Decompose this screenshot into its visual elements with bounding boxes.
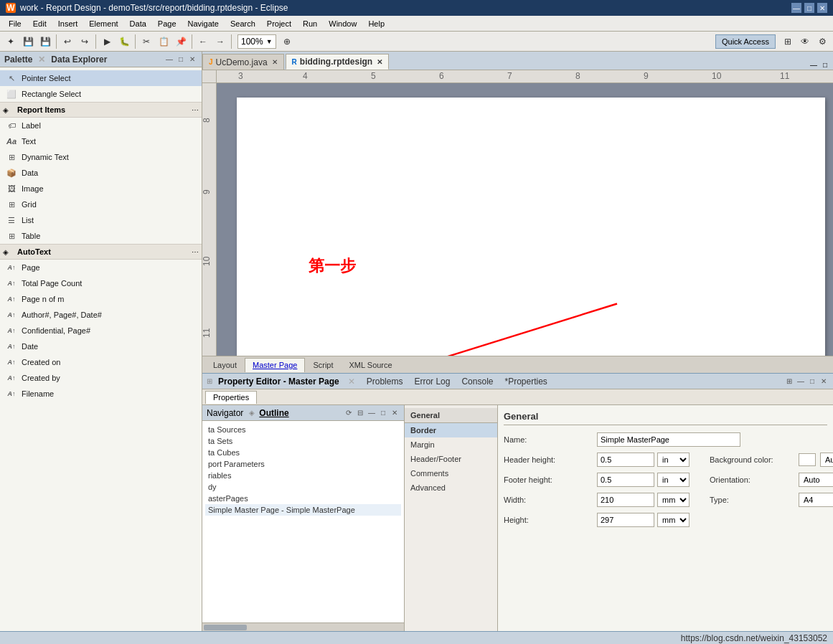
outline-data-cubes[interactable]: ta Cubes xyxy=(205,447,401,458)
outline-report-params[interactable]: port Parameters xyxy=(205,458,401,470)
header-height-input[interactable] xyxy=(597,453,654,467)
properties-btn-tab[interactable]: *Properties xyxy=(502,377,550,387)
report-items-section[interactable]: ◈ Report Items ⋯ xyxy=(0,102,202,118)
outline-body[interactable]: dy xyxy=(205,481,401,493)
bottom-panel-maximize[interactable]: □ xyxy=(807,377,817,387)
outline-collapse-btn[interactable]: ⊟ xyxy=(355,408,365,418)
menu-element[interactable]: Element xyxy=(83,18,123,29)
palette-text[interactable]: Aa Text xyxy=(0,133,202,149)
palette-grid[interactable]: ⊞ Grid xyxy=(0,196,202,212)
sidebar-header-footer[interactable]: Header/Footer xyxy=(405,452,497,466)
report-items-collapse-icon[interactable]: ⋯ xyxy=(192,106,199,114)
back-button[interactable]: ← xyxy=(195,34,211,49)
palette-dynamic-text[interactable]: ⊞ Dynamic Text xyxy=(0,149,202,165)
undo-button[interactable]: ↩ xyxy=(60,34,75,49)
palette-author-page-date[interactable]: A↑ Author#, Page#, Date# xyxy=(0,307,202,323)
outline-variables[interactable]: riables xyxy=(205,470,401,481)
tab-uc-demo[interactable]: J UcDemo.java ✕ xyxy=(202,54,284,70)
menu-edit[interactable]: Edit xyxy=(27,18,52,29)
layout-tab[interactable]: Layout xyxy=(205,358,245,372)
autotext-collapse-icon[interactable]: ⋯ xyxy=(192,248,199,256)
outline-maximize[interactable]: □ xyxy=(378,408,388,418)
menu-search[interactable]: Search xyxy=(225,18,261,29)
footer-height-unit[interactable]: incmmm xyxy=(657,473,690,487)
menu-project[interactable]: Project xyxy=(261,18,297,29)
palette-close[interactable]: ✕ xyxy=(187,55,197,65)
menu-insert[interactable]: Insert xyxy=(52,18,84,29)
palette-confidential[interactable]: A↑ Confidential, Page# xyxy=(0,323,202,338)
palette-page[interactable]: A↑ Page xyxy=(0,260,202,275)
zoom-dropdown-icon[interactable]: ▼ xyxy=(266,38,273,45)
outline-data-sources[interactable]: ta Sources xyxy=(205,424,401,435)
palette-total-page-count[interactable]: A↑ Total Page Count xyxy=(0,275,202,291)
error-log-tab[interactable]: Error Log xyxy=(411,377,453,387)
settings-button[interactable]: ⚙ xyxy=(814,34,830,49)
script-tab[interactable]: Script xyxy=(305,358,341,372)
sidebar-border[interactable]: Border xyxy=(405,423,497,437)
palette-label[interactable]: 🏷 Label xyxy=(0,118,202,133)
height-input[interactable] xyxy=(597,513,654,527)
props-tab-properties[interactable]: Properties xyxy=(205,391,257,404)
palette-rectangle-select[interactable]: ⬜ Rectangle Select xyxy=(0,86,202,102)
sidebar-margin[interactable]: Margin xyxy=(405,437,497,452)
save-button[interactable]: 💾 xyxy=(20,34,36,49)
palette-minimize[interactable]: — xyxy=(164,55,174,65)
palette-maximize[interactable]: □ xyxy=(176,55,186,65)
palette-pointer-select[interactable]: ↖ Pointer Select xyxy=(0,70,202,86)
menu-navigate[interactable]: Navigate xyxy=(182,18,225,29)
bottom-panel-close[interactable]: ✕ xyxy=(819,377,829,387)
outline-tab[interactable]: Outline xyxy=(259,408,288,418)
paste-button[interactable]: 📌 xyxy=(173,34,189,49)
palette-date[interactable]: A↑ Date xyxy=(0,338,202,354)
outline-master-pages[interactable]: asterPages xyxy=(205,493,401,504)
footer-height-input[interactable] xyxy=(597,473,654,487)
menu-data[interactable]: Data xyxy=(124,18,152,29)
outline-minimize[interactable]: — xyxy=(367,408,377,418)
outline-close[interactable]: ✕ xyxy=(390,408,400,418)
palette-data[interactable]: 📦 Data xyxy=(0,165,202,181)
menu-window[interactable]: Window xyxy=(323,18,362,29)
new-button[interactable]: ✦ xyxy=(3,34,19,49)
palette-list[interactable]: ☰ List xyxy=(0,212,202,228)
outline-data-sets[interactable]: ta Sets xyxy=(205,435,401,447)
editor-minimize[interactable]: — xyxy=(809,60,819,70)
menu-run[interactable]: Run xyxy=(297,18,323,29)
bidding-tab-close[interactable]: ✕ xyxy=(377,58,382,66)
sidebar-comments[interactable]: Comments xyxy=(405,466,497,480)
maximize-button[interactable]: □ xyxy=(804,3,814,13)
close-button[interactable]: ✕ xyxy=(817,3,827,13)
type-select[interactable]: A4A3LetterCustom xyxy=(799,493,833,507)
perspectives-button[interactable]: ⊞ xyxy=(780,34,796,49)
palette-image[interactable]: 🖼 Image xyxy=(0,181,202,196)
sidebar-advanced[interactable]: Advanced xyxy=(405,480,497,495)
menu-help[interactable]: Help xyxy=(362,18,390,29)
palette-filename[interactable]: A↑ Filename xyxy=(0,386,202,402)
autotext-section[interactable]: ◈ AutoText ⋯ xyxy=(0,244,202,260)
palette-created-on[interactable]: A↑ Created on xyxy=(0,354,202,370)
height-unit[interactable]: mmcmin xyxy=(657,513,690,527)
master-page-tab[interactable]: Master Page xyxy=(245,358,305,372)
zoom-fit-button[interactable]: ⊕ xyxy=(279,34,295,49)
palette-created-by[interactable]: A↑ Created by xyxy=(0,370,202,386)
uc-demo-tab-close[interactable]: ✕ xyxy=(272,58,278,66)
copy-button[interactable]: 📋 xyxy=(156,34,171,49)
view-button[interactable]: 👁 xyxy=(797,34,813,49)
forward-button[interactable]: → xyxy=(212,34,228,49)
minimize-button[interactable]: — xyxy=(791,3,801,13)
outline-sync-btn[interactable]: ⟳ xyxy=(344,408,354,418)
outline-simple-master-page[interactable]: Simple Master Page - Simple MasterPage xyxy=(205,504,401,516)
outline-scrollbar[interactable] xyxy=(202,622,404,631)
zoom-control[interactable]: 100% ▼ xyxy=(237,34,276,49)
bg-color-swatch[interactable] xyxy=(799,453,816,466)
save-all-button[interactable]: 💾 xyxy=(37,34,53,49)
orientation-select[interactable]: AutoPortraitLandscape xyxy=(799,473,833,487)
quick-access-button[interactable]: Quick Access xyxy=(715,34,776,49)
menu-page[interactable]: Page xyxy=(152,18,182,29)
navigator-tab[interactable]: Navigator xyxy=(207,408,243,418)
palette-tab[interactable]: Palette xyxy=(4,55,32,65)
run-button[interactable]: ▶ xyxy=(99,34,115,49)
bg-color-select[interactable]: AutoCustom xyxy=(820,453,833,467)
bottom-panel-minimize[interactable]: — xyxy=(796,377,806,387)
xml-source-tab[interactable]: XML Source xyxy=(342,358,400,372)
problems-tab[interactable]: Problems xyxy=(364,377,406,387)
